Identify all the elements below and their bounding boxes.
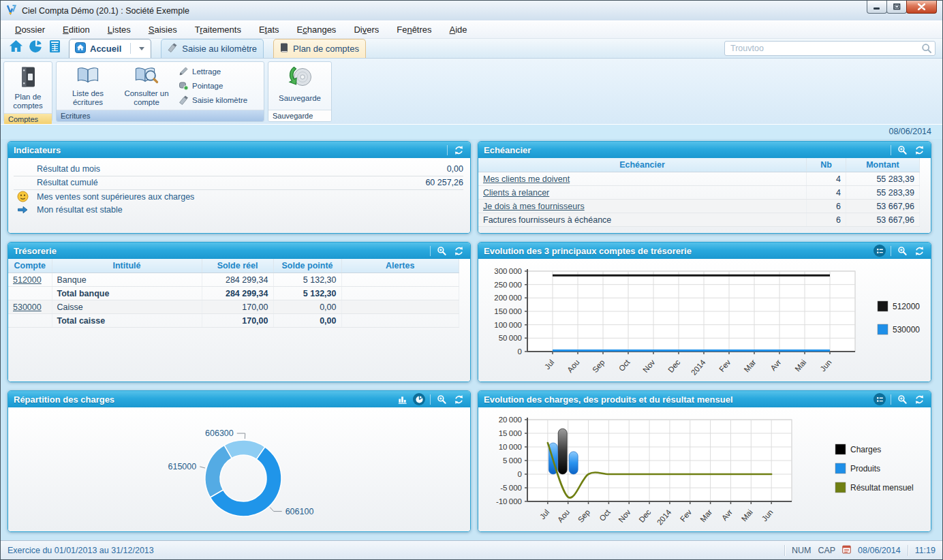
legend-swatch: [835, 463, 846, 473]
title-bar: Ciel Compta Démo (20.1) : Société Exempl…: [1, 1, 942, 20]
menu-traitements[interactable]: Traitements: [186, 22, 250, 37]
button-label: Sauvegarde: [279, 94, 321, 104]
legend-swatch: [878, 301, 888, 311]
exercise-label: Exercice du 01/01/2013 au 31/12/2013: [7, 546, 154, 555]
account-link[interactable]: 512000: [13, 275, 42, 285]
column-header[interactable]: Intitulé: [52, 259, 202, 273]
indicator-row: Mon résultat est stable: [14, 204, 463, 217]
zoom-icon[interactable]: [896, 245, 908, 257]
echeancier-table: EchéancierNbMontant Mes clients me doive…: [478, 158, 920, 227]
ribbon-group-comptes: Plan de comptes Comptes: [3, 61, 52, 122]
svg-text:150 000: 150 000: [494, 307, 522, 315]
pie-chart-icon[interactable]: [29, 40, 43, 56]
bar-chart-icon[interactable]: [396, 393, 408, 405]
panel-title: Echéancier: [484, 145, 531, 155]
cd-save-icon: [287, 66, 313, 92]
tab-saisie-au-kilometre[interactable]: Saisie au kilomètre: [161, 39, 264, 58]
sauvegarde-button[interactable]: Sauvegarde: [270, 63, 329, 108]
open-book-icon: [76, 66, 99, 87]
menu-saisies[interactable]: Saisies: [140, 22, 186, 37]
svg-text:Jun: Jun: [760, 508, 775, 523]
column-header[interactable]: Solde réel: [202, 259, 273, 273]
column-header[interactable]: Alertes: [341, 259, 459, 273]
svg-text:Aou: Aou: [566, 358, 581, 374]
pointage-icon: [179, 80, 189, 92]
liste-des-ecritures-button[interactable]: Liste des écritures: [59, 63, 117, 108]
tab-bar: Accueil Saisie au kilomètre Plan de comp…: [1, 39, 942, 59]
window-title: Ciel Compta Démo (20.1) : Société Exempl…: [22, 6, 189, 16]
column-header[interactable]: Montant: [846, 158, 920, 172]
table-row: 512000 Banque284 299,345 132,30: [8, 273, 459, 287]
pen-icon: [167, 42, 178, 55]
pie-chart-icon[interactable]: [413, 393, 425, 405]
column-header[interactable]: Compte: [8, 259, 52, 273]
minimize-button[interactable]: [867, 1, 887, 14]
zoom-icon[interactable]: [896, 393, 908, 405]
echeancier-link[interactable]: Je dois à mes fournisseurs: [483, 202, 585, 211]
home-icon[interactable]: [9, 40, 23, 56]
echeancier-link[interactable]: Mes clients me doivent: [483, 174, 570, 184]
column-header[interactable]: Nb: [807, 158, 846, 172]
legend-icon[interactable]: [874, 393, 886, 405]
refresh-icon[interactable]: [913, 144, 925, 156]
search-box: [724, 41, 936, 56]
menu-edition[interactable]: Edition: [54, 22, 99, 37]
divider: [891, 145, 891, 155]
menu-etats[interactable]: Etats: [250, 22, 288, 37]
search-input[interactable]: [724, 41, 936, 56]
legend-icon[interactable]: [874, 245, 886, 257]
app-logo-icon: [6, 4, 17, 17]
restore-button[interactable]: [886, 1, 907, 14]
plan-de-comptes-button[interactable]: Plan de comptes: [6, 63, 50, 112]
close-button[interactable]: [906, 1, 937, 14]
refresh-icon[interactable]: [913, 393, 925, 405]
saisie-kilometre-button[interactable]: Saisie kilomètre: [179, 94, 259, 106]
divider: [784, 545, 785, 556]
donut-slice-615000: [205, 446, 232, 497]
svg-text:Oct: Oct: [598, 508, 612, 523]
echeancier-link[interactable]: Clients à relancer: [483, 188, 549, 198]
refresh-icon[interactable]: [452, 144, 465, 156]
menu-divers[interactable]: Divers: [345, 22, 388, 37]
accueil-dropdown-caret[interactable]: [139, 47, 144, 50]
search-icon[interactable]: [921, 43, 932, 57]
table-row: Je dois à mes fournisseurs 653 667,96: [478, 200, 920, 213]
ribbon-group-ecritures: Liste des écritures Consulter un compte …: [56, 61, 264, 122]
menu-fenêtres[interactable]: Fenêtres: [388, 22, 440, 37]
pointage-button[interactable]: Pointage: [179, 80, 259, 92]
svg-text:-10 000: -10 000: [496, 497, 522, 505]
refresh-icon[interactable]: [913, 245, 925, 257]
menu-listes[interactable]: Listes: [99, 22, 140, 37]
column-header[interactable]: Solde pointé: [273, 259, 341, 273]
column-header[interactable]: Echéancier: [478, 158, 807, 172]
binder-icon: [18, 66, 38, 91]
svg-text:15 000: 15 000: [499, 429, 522, 437]
zoom-icon[interactable]: [896, 144, 908, 156]
tab-accueil[interactable]: Accueil: [69, 39, 151, 58]
lettrage-icon: [179, 66, 189, 78]
menu-echanges[interactable]: Echanges: [288, 22, 345, 37]
menu-aide[interactable]: Aide: [441, 22, 476, 37]
lettrage-button[interactable]: Lettrage: [179, 65, 259, 78]
svg-text:615000: 615000: [168, 462, 197, 471]
zoom-icon[interactable]: [435, 245, 448, 257]
tab-label: Plan de comptes: [293, 44, 359, 54]
consulter-un-compte-button[interactable]: Consulter un compte: [117, 63, 176, 108]
account-link[interactable]: 530000: [13, 302, 42, 312]
svg-text:Mar: Mar: [698, 508, 713, 523]
refresh-icon[interactable]: [452, 245, 465, 257]
refresh-icon[interactable]: [452, 393, 465, 405]
zoom-icon[interactable]: [435, 393, 448, 405]
button-label: Lettrage: [192, 67, 221, 76]
panel-title: Indicateurs: [14, 145, 61, 155]
panel-title: Trésorerie: [14, 246, 57, 256]
ribbon-group-label-comptes: Comptes: [4, 113, 52, 125]
workspace: 08/06/2014 Indicateurs Résultat du mois …: [1, 124, 942, 540]
tab-plan-de-comptes[interactable]: Plan de comptes: [273, 39, 366, 58]
svg-text:250 000: 250 000: [494, 281, 522, 289]
ribbon: Plan de comptes Comptes Liste des écritu…: [1, 59, 942, 126]
menu-dossier[interactable]: Dossier: [6, 22, 54, 37]
ribbon-group-label-ecritures: Ecritures: [57, 110, 264, 121]
svg-text:300 000: 300 000: [494, 267, 522, 275]
table-icon[interactable]: [49, 40, 61, 56]
